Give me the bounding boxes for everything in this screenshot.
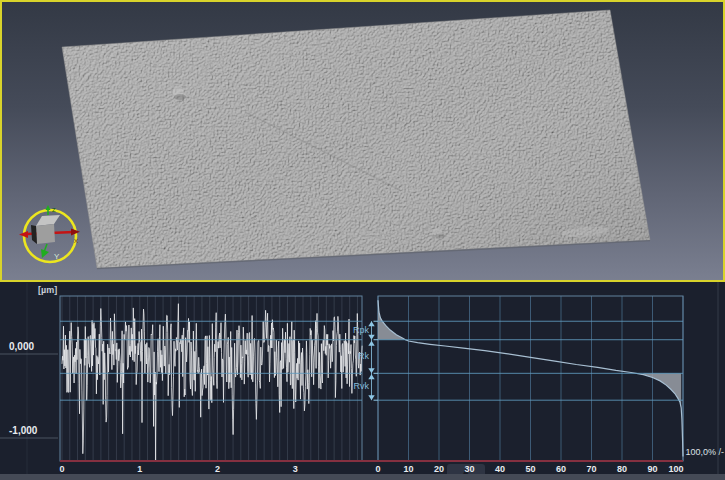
- bearing-x-tick: 100: [668, 464, 683, 474]
- bearing-x-tick: 10: [403, 464, 413, 474]
- zone-arrowhead: [368, 395, 374, 400]
- gizmo-cube-top: [36, 215, 60, 226]
- y-axis-label: Y: [54, 252, 60, 261]
- zone-arrowhead: [368, 321, 374, 326]
- profile-x-tick: 2: [215, 464, 220, 474]
- bearing-x-tick: 80: [617, 464, 627, 474]
- gizmo-cube-side: [31, 225, 37, 244]
- rvk-label: Rvk: [336, 381, 369, 391]
- bearing-x-tick: 40: [495, 464, 505, 474]
- rpk-label: Rpk: [336, 325, 369, 335]
- zone-arrowhead: [368, 335, 374, 340]
- bearing-x-tick: 20: [434, 464, 444, 474]
- zone-arrowhead: [368, 368, 374, 373]
- application-window: Z Y X [µm] 0,000 -1,000 Rpk Rk Rvk 100,0…: [0, 0, 725, 480]
- rk-label: Rk: [336, 351, 369, 361]
- bearing-ratio-label: 100,0% /-: [662, 447, 724, 457]
- zone-arrowhead: [368, 341, 374, 346]
- x-axis-label: X: [74, 238, 78, 244]
- y-axis-unit-label: [µm]: [38, 285, 57, 295]
- bearing-x-tick: 70: [586, 464, 596, 474]
- bearing-x-tick: 0: [375, 464, 380, 474]
- surface-3d-viewport[interactable]: Z Y X: [0, 0, 725, 282]
- rvk-zone-fill: [643, 373, 681, 408]
- y-tick-label-zero: 0,000: [9, 341, 55, 352]
- window-bottom-edge: [0, 474, 725, 480]
- bearing-x-tick: 50: [525, 464, 535, 474]
- y-tick-label-minus1: -1,000: [9, 425, 55, 436]
- z-axis-arrow: [46, 205, 51, 210]
- surface-3d-render: [0, 0, 725, 282]
- surface-defects: [62, 10, 650, 268]
- roughness-profile-trace: [62, 304, 362, 461]
- zone-arrowhead: [368, 374, 374, 379]
- bearing-x-tick: 60: [556, 464, 566, 474]
- z-axis-label: Z: [52, 207, 56, 213]
- orientation-gizmo[interactable]: Z Y X: [14, 200, 86, 272]
- bearing-x-tick: 30: [464, 464, 474, 474]
- profile-x-tick: 0: [59, 464, 64, 474]
- profile-x-tick: 3: [293, 464, 298, 474]
- profiles-panel: [µm] 0,000 -1,000 Rpk Rk Rvk 100,0% /- ▲…: [0, 282, 725, 480]
- bearing-x-tick: 90: [647, 464, 657, 474]
- gizmo-cube-front: [36, 224, 55, 244]
- profile-x-tick: 1: [137, 464, 142, 474]
